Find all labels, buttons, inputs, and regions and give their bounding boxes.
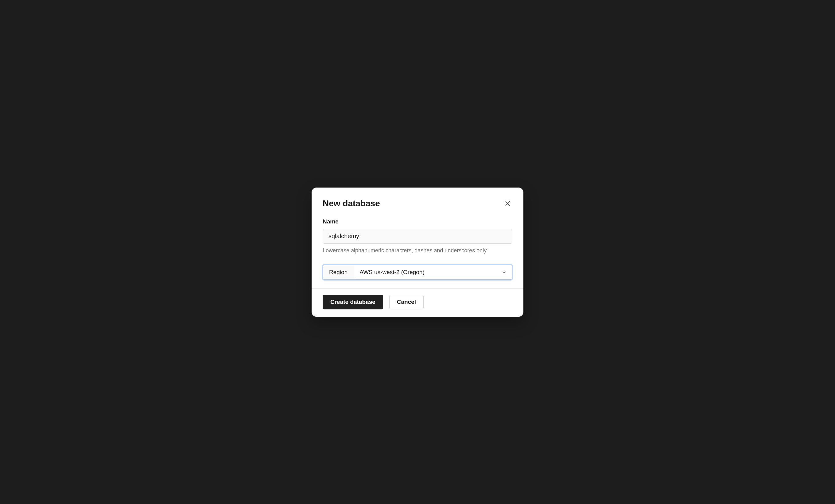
modal-header: New database bbox=[323, 199, 512, 208]
new-database-modal: New database Name Lowercase alphanumeric… bbox=[311, 187, 524, 317]
close-button[interactable] bbox=[503, 199, 512, 208]
region-field: Region AWS us-west-2 (Oregon) bbox=[323, 265, 512, 280]
close-icon bbox=[504, 200, 511, 207]
chevron-down-icon bbox=[502, 270, 507, 275]
modal-footer: Create database Cancel bbox=[311, 288, 524, 317]
region-selected-value: AWS us-west-2 (Oregon) bbox=[360, 269, 425, 276]
modal-title: New database bbox=[323, 199, 380, 208]
region-label: Region bbox=[323, 265, 354, 279]
name-help-text: Lowercase alphanumeric characters, dashe… bbox=[323, 247, 512, 254]
name-input[interactable] bbox=[323, 229, 512, 244]
cancel-button[interactable]: Cancel bbox=[389, 295, 424, 309]
create-database-button[interactable]: Create database bbox=[323, 295, 383, 309]
name-label: Name bbox=[323, 218, 512, 225]
region-select[interactable]: AWS us-west-2 (Oregon) bbox=[354, 265, 512, 279]
modal-body: New database Name Lowercase alphanumeric… bbox=[311, 187, 524, 288]
